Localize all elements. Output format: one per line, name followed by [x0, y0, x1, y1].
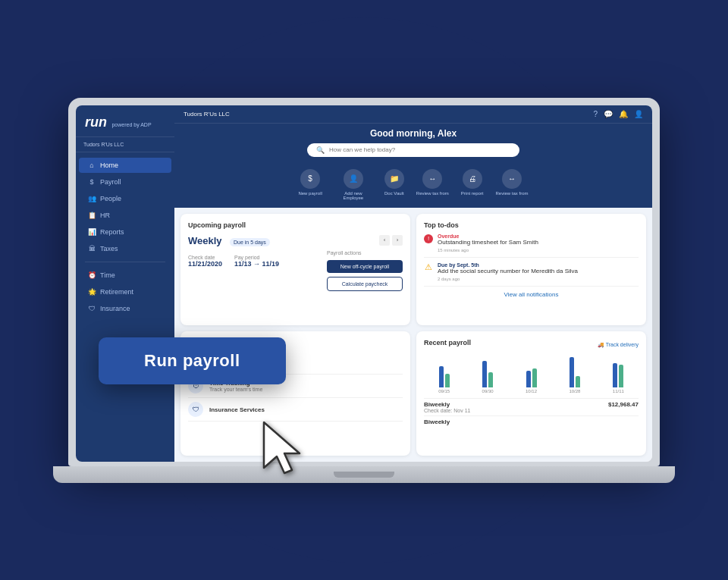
notification-icon[interactable]: 🔔 [619, 110, 628, 118]
run-payroll-button[interactable]: Run payroll [99, 337, 286, 384]
search-section: Good morning, Alex 🔍 [174, 124, 652, 165]
payroll-type: Weekly [188, 235, 222, 246]
sidebar-item-label: Payroll [100, 178, 121, 186]
quick-action-label: Print report [461, 191, 484, 196]
sidebar-item-hr[interactable]: 📋 HR [79, 208, 171, 223]
calculate-paycheck-button[interactable]: Calculate paycheck [327, 277, 403, 291]
todo-item-overdue: ! Overdue Outstanding timesheet for Sam … [424, 234, 639, 258]
quick-action-label: Review tax from [416, 191, 449, 196]
grow-insurance-icon: 🛡 [188, 402, 203, 417]
recent-payroll-card: Recent payroll 🚚 Track delivery [416, 331, 646, 455]
bar-blue [570, 357, 574, 387]
grow-item-text: Insurance Services [209, 406, 265, 413]
recent-type-2: Biweekly [424, 419, 450, 425]
payroll-info: Check date 11/21/2020 Pay period 11/13 →… [188, 250, 321, 272]
todo-text: Outstanding timesheet for Sam Smith [438, 239, 538, 246]
view-all-notifications[interactable]: View all notifications [424, 291, 639, 298]
nav-arrows: ‹ › [379, 235, 403, 246]
pay-period-label: Pay period [234, 255, 279, 260]
sidebar-item-label: Insurance [100, 305, 130, 312]
doc-vault-icon: 📁 [384, 169, 404, 189]
sidebar-item-payroll[interactable]: $ Payroll [79, 174, 171, 190]
bar-group-2: 09/30 [467, 361, 507, 393]
bar-green [576, 376, 580, 387]
header-icons: ? 💬 🔔 👤 [593, 110, 643, 118]
help-icon[interactable]: ? [593, 110, 598, 118]
bar-label: 10/28 [569, 389, 580, 393]
sidebar-item-insurance[interactable]: 🛡 Insurance [79, 301, 171, 316]
warning-icon: ⚠ [424, 263, 433, 272]
quick-action-review-tax-2[interactable]: ↔ Review tax from [496, 169, 529, 200]
app-logo: run powered by ADP [76, 105, 174, 137]
sidebar-item-retirement[interactable]: 🌟 Retirement [79, 284, 171, 299]
main-content: Tudors R'Us LLC ? 💬 🔔 👤 Good mor [174, 105, 652, 462]
add-employee-icon: 👤 [344, 169, 363, 189]
payroll-buttons: Payroll actions New off-cycle payroll Ca… [327, 250, 403, 291]
truck-icon: 🚚 [598, 342, 606, 347]
payroll-dates: Check date 11/21/2020 Pay period 11/13 →… [188, 255, 321, 268]
bar-blue [526, 371, 531, 387]
sidebar-item-label: Retirement [100, 288, 133, 296]
bar-green [488, 372, 493, 387]
todo-time: 2 days ago [438, 277, 578, 281]
due-badge: Due in 5 days [230, 238, 270, 246]
top-todos-card: Top to-dos ! Overdue Outstanding timeshe… [416, 214, 646, 326]
time-icon: ⏰ [88, 271, 96, 279]
taxes-icon: 🏛 [88, 245, 96, 252]
quick-action-label: Doc Vault [384, 191, 404, 196]
print-report-icon: 🖨 [463, 169, 482, 189]
bar-blue [482, 361, 487, 387]
new-payroll-icon: $ [300, 169, 320, 189]
review-tax-icon-1: ↔ [422, 169, 442, 189]
recent-date: Check date: Nov 11 [424, 408, 470, 413]
new-offcycle-button[interactable]: New off-cycle payroll [327, 260, 403, 273]
quick-action-doc-vault[interactable]: 📁 Doc Vault [384, 169, 404, 200]
user-icon[interactable]: 👤 [634, 110, 643, 118]
quick-action-add-employee[interactable]: 👤 Add new Employee [334, 169, 372, 200]
hr-icon: 📋 [88, 212, 96, 219]
todos-title: Top to-dos [424, 221, 639, 229]
todo-time: 15 minutes ago [438, 248, 538, 252]
overdue-icon: ! [424, 234, 433, 243]
pay-period-value: 11/13 → 11/19 [234, 260, 279, 268]
sidebar-item-time[interactable]: ⏰ Time [79, 268, 171, 283]
payroll-nav-row: Weekly Due in 5 days ‹ › [188, 234, 403, 247]
quick-action-label: Review tax from [496, 191, 529, 196]
quick-action-print-report[interactable]: 🖨 Print report [461, 169, 484, 200]
bar-group-3: 10/12 [511, 368, 551, 393]
next-payroll-button[interactable]: › [392, 235, 403, 246]
bar-group-4: 10/28 [554, 357, 595, 393]
recent-payroll-entry-1: Biweekly Check date: Nov 11 $12,968.47 [424, 398, 639, 415]
recent-type: Biweekly [424, 401, 470, 408]
todo-content: Overdue Outstanding timesheet for Sam Sm… [438, 234, 538, 252]
overdue-label: Overdue [438, 234, 538, 239]
sidebar: run powered by ADP Tudors R'Us LLC ⌂ Hom… [76, 105, 174, 462]
laptop-base [53, 466, 675, 483]
home-icon: ⌂ [88, 161, 96, 169]
upcoming-payroll-title: Upcoming payroll [188, 221, 403, 229]
insurance-icon: 🛡 [88, 305, 96, 312]
sidebar-item-label: Reports [100, 228, 124, 236]
bar-green [532, 368, 537, 387]
search-wrap[interactable]: 🔍 [307, 143, 519, 157]
pay-period-group: Pay period 11/13 → 11/19 [234, 255, 279, 268]
nav-divider [85, 262, 165, 262]
bar-group-1: 09/15 [424, 366, 464, 393]
quick-action-new-payroll[interactable]: $ New payroll [298, 169, 322, 200]
check-date-value: 11/21/2020 [188, 260, 222, 268]
svg-marker-0 [264, 422, 300, 473]
sidebar-item-reports[interactable]: 📊 Reports [79, 224, 171, 240]
sidebar-item-home[interactable]: ⌂ Home [79, 158, 171, 173]
sidebar-item-taxes[interactable]: 🏛 Taxes [79, 241, 171, 256]
sidebar-item-label: Time [100, 271, 115, 279]
search-input[interactable] [329, 146, 510, 153]
chat-icon[interactable]: 💬 [604, 110, 613, 118]
quick-action-review-tax-1[interactable]: ↔ Review tax from [416, 169, 449, 200]
grow-insurance-title: Insurance Services [209, 406, 265, 413]
track-delivery-link[interactable]: 🚚 Track delivery [598, 342, 639, 348]
logo-sub: powered by ADP [111, 122, 151, 127]
sidebar-item-people[interactable]: 👥 People [79, 191, 171, 206]
prev-payroll-button[interactable]: ‹ [379, 235, 390, 246]
search-icon: 🔍 [316, 146, 325, 154]
payroll-actions-label: Payroll actions [327, 250, 403, 256]
